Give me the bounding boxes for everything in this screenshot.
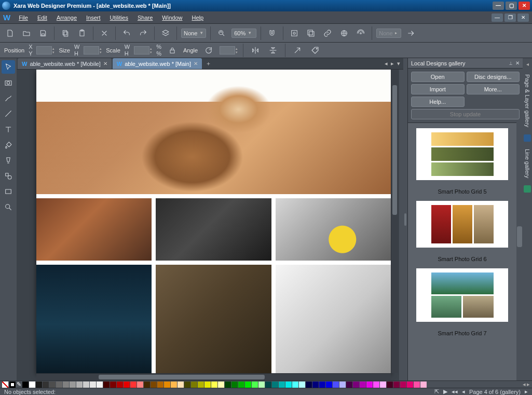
zoom-prev-button[interactable] (215, 26, 228, 40)
rotate-button[interactable] (202, 44, 215, 57)
photo-tool[interactable] (2, 76, 15, 89)
gallery-close-icon[interactable]: ✕ (515, 60, 520, 66)
menu-help[interactable]: Help (187, 13, 208, 22)
color-swatch[interactable] (420, 382, 427, 388)
color-swatch[interactable] (407, 382, 413, 388)
gallery-open-button[interactable]: Open (411, 72, 465, 82)
gallery-item-7[interactable] (416, 268, 508, 322)
color-swatch[interactable] (258, 382, 265, 388)
color-swatch[interactable] (110, 382, 116, 388)
color-swatch[interactable] (339, 382, 346, 388)
photo-cell-6[interactable] (276, 265, 391, 373)
dock-shape-icon[interactable] (524, 185, 531, 193)
dock-tab-line[interactable]: Line gallery (524, 147, 530, 180)
color-swatch[interactable] (231, 382, 238, 388)
color-swatch[interactable] (191, 382, 197, 388)
angle-field[interactable]: ▴▾ (220, 46, 238, 55)
menu-share[interactable]: Share (133, 13, 157, 22)
transparency-tool[interactable] (2, 154, 15, 167)
color-swatch[interactable] (204, 382, 211, 388)
gallery-more-button[interactable]: More... (467, 84, 520, 94)
hero-photo[interactable] (36, 70, 391, 194)
paste-button[interactable] (75, 26, 89, 40)
live-drag-icon[interactable]: ▶ (443, 388, 447, 395)
menu-utilities[interactable]: Utilities (106, 13, 132, 22)
preview-site-button[interactable] (304, 26, 318, 40)
palette-scroll-right[interactable]: ▸ (527, 381, 530, 388)
mdi-minimize-button[interactable]: — (492, 13, 503, 22)
color-swatch[interactable] (63, 382, 69, 388)
close-icon[interactable]: ✕ (103, 61, 107, 66)
export-web-button[interactable] (337, 26, 351, 40)
color-swatch[interactable] (285, 382, 292, 388)
gallery-list[interactable]: Smart Photo Grid 5 Smart Photo Grid 6 Sm… (408, 122, 516, 380)
rectangle-tool[interactable] (2, 185, 15, 198)
canvas[interactable] (17, 70, 403, 380)
gallery-scrollbar[interactable] (516, 122, 523, 380)
link-button[interactable] (321, 26, 334, 40)
tab-scroll-right[interactable]: ▸ (391, 60, 394, 67)
snap-indicator-icon[interactable]: ⇱ (434, 388, 439, 395)
menu-insert[interactable]: Insert (82, 13, 105, 22)
color-swatch[interactable] (319, 382, 325, 388)
new-tab-button[interactable]: ＋ (203, 58, 214, 69)
shape-tool[interactable] (2, 169, 15, 183)
color-swatch[interactable] (157, 382, 163, 388)
color-swatch[interactable] (90, 382, 96, 388)
page-back-button[interactable]: ◂ (462, 388, 465, 395)
save-button[interactable] (36, 26, 50, 40)
tab-main[interactable]: Wable_website.web * [Main]✕ (113, 58, 202, 69)
color-swatch[interactable] (137, 382, 143, 388)
palette-scroll-left[interactable]: ◂ (523, 381, 526, 388)
redo-button[interactable] (137, 26, 150, 40)
page-next-button[interactable]: ▸ (525, 388, 528, 395)
mdi-restore-button[interactable]: ❐ (504, 13, 516, 22)
color-swatch[interactable] (218, 382, 224, 388)
page-indicator[interactable]: Page 4 of 6 (gallery) (469, 389, 521, 395)
color-swatch[interactable] (184, 382, 190, 388)
photo-cell-4[interactable] (36, 265, 152, 373)
color-swatch[interactable] (245, 382, 251, 388)
photo-cell-5[interactable] (156, 265, 271, 373)
lock-aspect-button[interactable] (166, 44, 179, 57)
color-swatch[interactable] (265, 382, 271, 388)
color-swatch[interactable] (373, 382, 379, 388)
goto-layer-button[interactable] (404, 26, 418, 40)
text-tool[interactable] (2, 122, 15, 136)
close-icon[interactable]: ✕ (194, 61, 198, 66)
color-swatch[interactable] (360, 382, 366, 388)
page-prev-button[interactable]: ◂◂ (452, 388, 458, 395)
fill-tool[interactable] (2, 138, 15, 152)
gallery-help-button[interactable]: Help... (411, 97, 465, 107)
photo-cell-3[interactable] (276, 198, 391, 261)
color-swatch[interactable] (56, 382, 62, 388)
pane-resize-handle[interactable] (399, 70, 403, 380)
color-swatch[interactable] (144, 382, 150, 388)
color-swatch[interactable] (306, 382, 312, 388)
flip-v-button[interactable] (266, 44, 280, 57)
zoom-dropdown[interactable]: 60%▼ (231, 29, 256, 38)
line-tool[interactable] (2, 107, 15, 120)
freehand-tool[interactable] (2, 91, 15, 105)
horizontal-scrollbar[interactable] (36, 373, 391, 380)
color-swatch[interactable] (124, 382, 130, 388)
color-swatch[interactable] (414, 382, 420, 388)
color-swatch[interactable] (366, 382, 373, 388)
page[interactable] (36, 70, 391, 373)
window-minimize-button[interactable]: — (493, 2, 504, 10)
copy-button[interactable] (59, 26, 72, 40)
menu-window[interactable]: Window (158, 13, 186, 22)
publish-button[interactable] (354, 26, 367, 40)
tab-mobile[interactable]: Wable_website.web * [Mobile]✕ (18, 58, 112, 69)
color-swatch[interactable] (292, 382, 298, 388)
color-swatch[interactable] (130, 382, 137, 388)
gallery-disc-button[interactable]: Disc designs... (467, 72, 520, 82)
color-swatch[interactable] (117, 382, 123, 388)
color-swatch[interactable] (70, 382, 76, 388)
no-color-swatch[interactable] (2, 382, 8, 388)
selector-tool[interactable] (2, 60, 15, 74)
names-button[interactable] (159, 26, 172, 40)
color-swatch[interactable] (353, 382, 359, 388)
current-colors-icon[interactable] (9, 382, 16, 388)
color-swatch[interactable] (211, 382, 217, 388)
